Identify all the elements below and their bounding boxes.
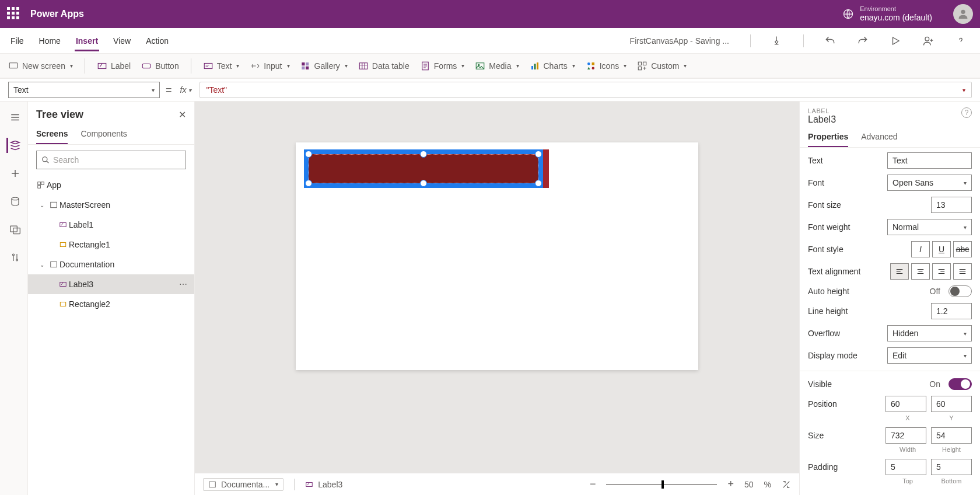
zoom-in-button[interactable]: + bbox=[727, 478, 734, 490]
insert-ribbon: New screen▾ Label Button Text▾ Input▾ Ga… bbox=[0, 54, 980, 78]
svg-rect-17 bbox=[537, 62, 538, 69]
zoom-unit: % bbox=[764, 480, 771, 489]
charts-dropdown[interactable]: Charts▾ bbox=[530, 61, 575, 71]
help-icon[interactable] bbox=[954, 34, 967, 47]
titlebar: Power Apps Environment enayu.com (defaul… bbox=[0, 0, 980, 28]
gallery-dropdown[interactable]: Gallery▾ bbox=[300, 61, 348, 71]
tree-rectangle1[interactable]: Rectangle1 bbox=[28, 235, 194, 255]
screen-picker[interactable]: Documenta...▾ bbox=[203, 478, 284, 491]
canvas-area: Documenta...▾ Label3 − + 50 % bbox=[195, 102, 799, 495]
prop-lineheight-input[interactable]: 1.2 bbox=[931, 303, 972, 319]
svg-rect-25 bbox=[10, 226, 18, 232]
more-icon[interactable]: ⋯ bbox=[179, 280, 188, 289]
rail-media-icon[interactable] bbox=[6, 222, 22, 237]
redo-icon[interactable] bbox=[856, 34, 869, 47]
rectangle-control[interactable] bbox=[543, 149, 549, 188]
strike-button[interactable]: abc bbox=[953, 241, 972, 257]
prop-fontweight-select[interactable]: Normal▾ bbox=[887, 219, 972, 235]
environment-name: enayu.com (default) bbox=[860, 13, 932, 23]
canvas-screen[interactable] bbox=[296, 142, 698, 370]
prop-width-input[interactable]: 732 bbox=[886, 427, 926, 444]
custom-dropdown[interactable]: Custom▾ bbox=[637, 61, 687, 71]
svg-rect-16 bbox=[534, 64, 536, 69]
canvas-viewport[interactable] bbox=[195, 102, 799, 473]
fit-screen-icon[interactable] bbox=[782, 480, 791, 489]
play-icon[interactable] bbox=[889, 34, 902, 47]
rail-data-icon[interactable] bbox=[6, 194, 22, 209]
formula-input[interactable]: "Text"▾ bbox=[200, 82, 972, 98]
tab-components[interactable]: Components bbox=[80, 124, 127, 144]
label-button[interactable]: Label bbox=[97, 61, 131, 71]
share-icon[interactable] bbox=[922, 34, 935, 47]
text-dropdown[interactable]: Text▾ bbox=[203, 61, 240, 71]
prop-font-select[interactable]: Open Sans▾ bbox=[887, 175, 972, 191]
zoom-slider[interactable] bbox=[606, 484, 717, 485]
rail-insert-icon[interactable] bbox=[6, 166, 22, 181]
tab-advanced[interactable]: Advanced bbox=[861, 127, 897, 147]
breadcrumb-selected[interactable]: Label3 bbox=[305, 480, 342, 489]
menu-view[interactable]: View bbox=[112, 30, 132, 51]
tab-screens[interactable]: Screens bbox=[36, 124, 68, 144]
svg-point-24 bbox=[12, 197, 19, 200]
rail-hamburger-icon[interactable] bbox=[6, 110, 22, 125]
prop-fontsize-input[interactable]: 13 bbox=[931, 197, 972, 213]
prop-height-input[interactable]: 54 bbox=[931, 427, 972, 444]
undo-icon[interactable] bbox=[824, 34, 836, 47]
tab-properties[interactable]: Properties bbox=[808, 127, 848, 147]
svg-rect-36 bbox=[51, 262, 57, 267]
zoom-out-button[interactable]: − bbox=[590, 478, 596, 490]
media-dropdown[interactable]: Media▾ bbox=[475, 61, 519, 71]
help-icon[interactable]: ? bbox=[961, 107, 972, 118]
property-selector[interactable]: Text▾ bbox=[8, 82, 160, 98]
svg-rect-6 bbox=[204, 63, 212, 68]
selected-label-control[interactable] bbox=[304, 149, 543, 188]
tree-masterscreen[interactable]: ⌄MasterScreen bbox=[28, 195, 194, 215]
input-dropdown[interactable]: Input▾ bbox=[250, 61, 289, 71]
forms-dropdown[interactable]: Forms▾ bbox=[420, 61, 465, 71]
align-right-button[interactable] bbox=[932, 263, 951, 280]
close-icon[interactable]: ✕ bbox=[178, 109, 186, 120]
tree-search-input[interactable]: Search bbox=[36, 151, 186, 169]
underline-button[interactable]: U bbox=[932, 241, 951, 257]
autoheight-toggle[interactable] bbox=[949, 285, 972, 297]
italic-button[interactable]: I bbox=[911, 241, 930, 257]
app-launcher-icon[interactable] bbox=[7, 7, 21, 21]
new-screen-button[interactable]: New screen▾ bbox=[8, 61, 73, 71]
align-center-button[interactable] bbox=[911, 263, 930, 280]
app-name: Power Apps bbox=[30, 9, 84, 19]
menu-action[interactable]: Action bbox=[145, 30, 170, 51]
button-button[interactable]: Button bbox=[141, 61, 178, 71]
svg-rect-33 bbox=[51, 202, 57, 207]
fx-icon[interactable]: fx▾ bbox=[178, 85, 194, 95]
prop-text-input[interactable]: Text bbox=[887, 152, 972, 169]
environment-picker[interactable]: Environment enayu.com (default) bbox=[842, 5, 932, 23]
tree-rectangle2[interactable]: Rectangle2 bbox=[28, 294, 194, 314]
app-checker-icon[interactable] bbox=[771, 34, 783, 47]
svg-rect-15 bbox=[531, 66, 533, 69]
tree-documentation[interactable]: ⌄Documentation bbox=[28, 255, 194, 274]
svg-rect-19 bbox=[592, 62, 594, 65]
prop-padbottom-input[interactable]: 5 bbox=[931, 459, 972, 475]
tree-label1[interactable]: Label1 bbox=[28, 215, 194, 235]
tree-app[interactable]: App bbox=[28, 175, 194, 195]
prop-displaymode-select[interactable]: Edit▾ bbox=[887, 347, 972, 364]
user-avatar[interactable] bbox=[953, 4, 973, 24]
tree-label3[interactable]: Label3⋯ bbox=[28, 274, 194, 294]
icons-dropdown[interactable]: Icons▾ bbox=[586, 61, 626, 71]
menu-file[interactable]: File bbox=[9, 30, 25, 51]
svg-rect-22 bbox=[643, 62, 646, 65]
align-left-button[interactable] bbox=[890, 263, 909, 280]
prop-overflow-select[interactable]: Hidden▾ bbox=[887, 325, 972, 341]
rail-tools-icon[interactable] bbox=[6, 250, 22, 265]
data-table-button[interactable]: Data table bbox=[358, 61, 410, 71]
align-justify-button[interactable] bbox=[953, 263, 972, 280]
menu-insert[interactable]: Insert bbox=[75, 30, 99, 51]
svg-point-29 bbox=[43, 157, 47, 162]
prop-padtop-input[interactable]: 5 bbox=[886, 459, 926, 475]
menu-home[interactable]: Home bbox=[38, 30, 62, 51]
rail-tree-icon[interactable] bbox=[6, 138, 22, 153]
visible-toggle[interactable] bbox=[949, 378, 972, 390]
prop-y-input[interactable]: 60 bbox=[931, 396, 972, 412]
menubar: File Home Insert View Action FirstCanvas… bbox=[0, 28, 980, 54]
prop-x-input[interactable]: 60 bbox=[886, 396, 926, 412]
